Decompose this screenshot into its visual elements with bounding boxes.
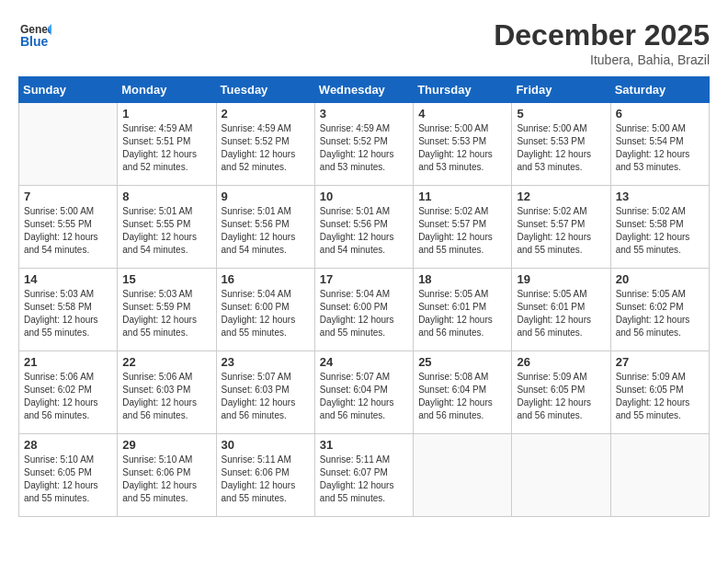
day-info: Sunrise: 5:11 AM Sunset: 6:06 PM Dayligh… bbox=[222, 454, 310, 505]
month-title: December 2025 bbox=[494, 18, 710, 52]
day-number: 29 bbox=[122, 438, 210, 452]
calendar-cell: 6Sunrise: 5:00 AM Sunset: 5:54 PM Daylig… bbox=[610, 103, 709, 186]
day-info: Sunrise: 5:02 AM Sunset: 5:57 PM Dayligh… bbox=[418, 205, 506, 257]
calendar-cell: 5Sunrise: 5:00 AM Sunset: 5:53 PM Daylig… bbox=[512, 103, 610, 186]
day-info: Sunrise: 5:00 AM Sunset: 5:53 PM Dayligh… bbox=[418, 122, 506, 174]
calendar-cell: 26Sunrise: 5:09 AM Sunset: 6:05 PM Dayli… bbox=[512, 351, 610, 434]
day-info: Sunrise: 5:10 AM Sunset: 6:06 PM Dayligh… bbox=[122, 454, 210, 505]
calendar-cell: 8Sunrise: 5:01 AM Sunset: 5:55 PM Daylig… bbox=[118, 186, 216, 269]
day-number: 14 bbox=[24, 272, 112, 286]
day-info: Sunrise: 5:09 AM Sunset: 6:05 PM Dayligh… bbox=[517, 371, 605, 422]
calendar-cell: 10Sunrise: 5:01 AM Sunset: 5:56 PM Dayli… bbox=[314, 186, 413, 269]
day-info: Sunrise: 5:00 AM Sunset: 5:55 PM Dayligh… bbox=[24, 205, 112, 257]
calendar-cell: 12Sunrise: 5:02 AM Sunset: 5:57 PM Dayli… bbox=[512, 186, 610, 269]
day-number: 25 bbox=[418, 355, 506, 369]
day-info: Sunrise: 5:07 AM Sunset: 6:03 PM Dayligh… bbox=[222, 371, 310, 422]
day-info: Sunrise: 5:01 AM Sunset: 5:55 PM Dayligh… bbox=[122, 205, 210, 257]
day-info: Sunrise: 5:11 AM Sunset: 6:07 PM Dayligh… bbox=[320, 454, 408, 505]
calendar-cell bbox=[610, 434, 709, 517]
day-info: Sunrise: 5:05 AM Sunset: 6:01 PM Dayligh… bbox=[418, 288, 506, 339]
day-info: Sunrise: 5:08 AM Sunset: 6:04 PM Dayligh… bbox=[418, 371, 506, 422]
day-info: Sunrise: 5:05 AM Sunset: 6:02 PM Dayligh… bbox=[616, 288, 704, 339]
title-area: December 2025 Itubera, Bahia, Brazil bbox=[494, 18, 710, 67]
week-row-2: 14Sunrise: 5:03 AM Sunset: 5:58 PM Dayli… bbox=[19, 269, 710, 351]
calendar-cell: 7Sunrise: 5:00 AM Sunset: 5:55 PM Daylig… bbox=[19, 186, 118, 269]
svg-text:Blue: Blue bbox=[20, 34, 49, 49]
day-number: 20 bbox=[616, 272, 704, 286]
calendar-cell: 29Sunrise: 5:10 AM Sunset: 6:06 PM Dayli… bbox=[118, 434, 216, 517]
calendar-cell: 16Sunrise: 5:04 AM Sunset: 6:00 PM Dayli… bbox=[216, 269, 314, 351]
day-header-sunday: Sunday bbox=[19, 77, 118, 103]
day-info: Sunrise: 5:04 AM Sunset: 6:00 PM Dayligh… bbox=[320, 288, 408, 339]
day-info: Sunrise: 5:00 AM Sunset: 5:53 PM Dayligh… bbox=[517, 122, 605, 174]
day-info: Sunrise: 5:04 AM Sunset: 6:00 PM Dayligh… bbox=[222, 288, 310, 339]
calendar-cell: 15Sunrise: 5:03 AM Sunset: 5:59 PM Dayli… bbox=[118, 269, 216, 351]
day-number: 31 bbox=[320, 438, 408, 452]
day-number: 23 bbox=[222, 355, 310, 369]
day-header-friday: Friday bbox=[512, 77, 610, 103]
day-number: 28 bbox=[24, 438, 112, 452]
day-number: 3 bbox=[320, 107, 408, 121]
day-number: 27 bbox=[616, 355, 704, 369]
day-info: Sunrise: 5:02 AM Sunset: 5:58 PM Dayligh… bbox=[616, 205, 704, 257]
week-row-0: 1Sunrise: 4:59 AM Sunset: 5:51 PM Daylig… bbox=[19, 103, 710, 186]
calendar-cell: 13Sunrise: 5:02 AM Sunset: 5:58 PM Dayli… bbox=[610, 186, 709, 269]
day-header-thursday: Thursday bbox=[414, 77, 512, 103]
day-info: Sunrise: 5:06 AM Sunset: 6:02 PM Dayligh… bbox=[24, 371, 112, 422]
calendar-cell bbox=[19, 103, 118, 186]
calendar-cell: 2Sunrise: 4:59 AM Sunset: 5:52 PM Daylig… bbox=[216, 103, 314, 186]
calendar-cell: 4Sunrise: 5:00 AM Sunset: 5:53 PM Daylig… bbox=[414, 103, 512, 186]
day-number: 4 bbox=[418, 107, 506, 121]
calendar-cell: 27Sunrise: 5:09 AM Sunset: 6:05 PM Dayli… bbox=[610, 351, 709, 434]
day-info: Sunrise: 5:09 AM Sunset: 6:05 PM Dayligh… bbox=[616, 371, 704, 422]
day-info: Sunrise: 5:01 AM Sunset: 5:56 PM Dayligh… bbox=[320, 205, 408, 257]
day-number: 24 bbox=[320, 355, 408, 369]
day-number: 6 bbox=[616, 107, 704, 121]
day-info: Sunrise: 5:06 AM Sunset: 6:03 PM Dayligh… bbox=[122, 371, 210, 422]
day-info: Sunrise: 5:07 AM Sunset: 6:04 PM Dayligh… bbox=[320, 371, 408, 422]
calendar-cell: 21Sunrise: 5:06 AM Sunset: 6:02 PM Dayli… bbox=[19, 351, 118, 434]
day-number: 17 bbox=[320, 272, 408, 286]
calendar-cell: 20Sunrise: 5:05 AM Sunset: 6:02 PM Dayli… bbox=[610, 269, 709, 351]
day-info: Sunrise: 4:59 AM Sunset: 5:52 PM Dayligh… bbox=[320, 122, 408, 174]
calendar-cell: 28Sunrise: 5:10 AM Sunset: 6:05 PM Dayli… bbox=[19, 434, 118, 517]
day-number: 13 bbox=[616, 190, 704, 203]
logo-icon: General Blue bbox=[18, 18, 51, 52]
week-row-4: 28Sunrise: 5:10 AM Sunset: 6:05 PM Dayli… bbox=[19, 434, 710, 517]
calendar-cell bbox=[512, 434, 610, 517]
calendar-cell: 25Sunrise: 5:08 AM Sunset: 6:04 PM Dayli… bbox=[414, 351, 512, 434]
day-info: Sunrise: 5:05 AM Sunset: 6:01 PM Dayligh… bbox=[517, 288, 605, 339]
location: Itubera, Bahia, Brazil bbox=[494, 52, 710, 67]
calendar-table: SundayMondayTuesdayWednesdayThursdayFrid… bbox=[18, 76, 710, 517]
calendar-cell: 1Sunrise: 4:59 AM Sunset: 5:51 PM Daylig… bbox=[118, 103, 216, 186]
day-number: 30 bbox=[222, 438, 310, 452]
day-number: 22 bbox=[122, 355, 210, 369]
calendar-cell: 19Sunrise: 5:05 AM Sunset: 6:01 PM Dayli… bbox=[512, 269, 610, 351]
calendar-cell: 22Sunrise: 5:06 AM Sunset: 6:03 PM Dayli… bbox=[118, 351, 216, 434]
calendar-cell: 9Sunrise: 5:01 AM Sunset: 5:56 PM Daylig… bbox=[216, 186, 314, 269]
day-number: 7 bbox=[24, 190, 112, 203]
calendar-cell: 24Sunrise: 5:07 AM Sunset: 6:04 PM Dayli… bbox=[314, 351, 413, 434]
calendar-cell: 14Sunrise: 5:03 AM Sunset: 5:58 PM Dayli… bbox=[19, 269, 118, 351]
day-number: 11 bbox=[418, 190, 506, 203]
day-number: 19 bbox=[517, 272, 605, 286]
day-number: 10 bbox=[320, 190, 408, 203]
day-number: 8 bbox=[122, 190, 210, 203]
day-header-wednesday: Wednesday bbox=[314, 77, 413, 103]
day-number: 1 bbox=[122, 107, 210, 121]
day-number: 21 bbox=[24, 355, 112, 369]
calendar-cell: 31Sunrise: 5:11 AM Sunset: 6:07 PM Dayli… bbox=[314, 434, 413, 517]
day-header-saturday: Saturday bbox=[610, 77, 709, 103]
calendar-cell: 3Sunrise: 4:59 AM Sunset: 5:52 PM Daylig… bbox=[314, 103, 413, 186]
day-header-tuesday: Tuesday bbox=[216, 77, 314, 103]
day-info: Sunrise: 5:03 AM Sunset: 5:58 PM Dayligh… bbox=[24, 288, 112, 339]
day-number: 9 bbox=[222, 190, 310, 203]
day-info: Sunrise: 4:59 AM Sunset: 5:52 PM Dayligh… bbox=[222, 122, 310, 174]
calendar-header-row: SundayMondayTuesdayWednesdayThursdayFrid… bbox=[19, 77, 710, 103]
day-info: Sunrise: 5:03 AM Sunset: 5:59 PM Dayligh… bbox=[122, 288, 210, 339]
logo: General Blue bbox=[18, 18, 51, 52]
day-number: 5 bbox=[517, 107, 605, 121]
day-header-monday: Monday bbox=[118, 77, 216, 103]
calendar-cell: 11Sunrise: 5:02 AM Sunset: 5:57 PM Dayli… bbox=[414, 186, 512, 269]
day-info: Sunrise: 5:10 AM Sunset: 6:05 PM Dayligh… bbox=[24, 454, 112, 505]
